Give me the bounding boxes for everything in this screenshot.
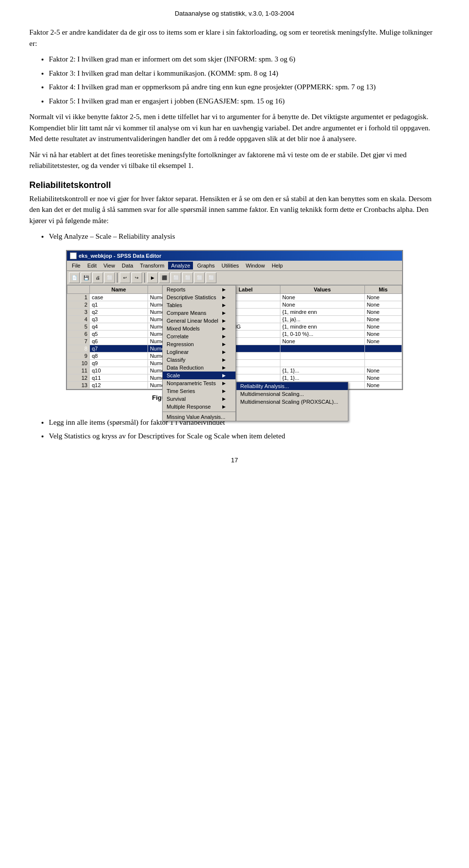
cell-rownum: 8 <box>67 345 90 352</box>
menu-missingvalue[interactable]: Missing Value Analysis... <box>163 413 235 421</box>
header-title: Dataanalyse og statistikk, v.3.0, 1-03-2… <box>175 10 295 17</box>
cell-rownum: 5 <box>67 323 90 330</box>
cell-mis: None <box>364 381 402 389</box>
bullet-item-1: Faktor 2: I hvilken grad man er informer… <box>49 54 440 65</box>
screenshot-container: ▦ eks_webkjop - SPSS Data Editor File Ed… <box>29 250 440 409</box>
cell-name: case <box>89 293 148 301</box>
menu-file[interactable]: File <box>69 262 84 269</box>
toolbar-btn8[interactable]: ⬜ <box>182 272 193 283</box>
cell-mis: None <box>364 330 402 337</box>
cell-name: q5 <box>89 330 148 337</box>
bullet-item-7: Velg Statistics og kryss av for Descript… <box>49 431 440 442</box>
toolbar-undo[interactable]: ↩ <box>120 272 130 283</box>
cell-rownum: 6 <box>67 330 90 337</box>
menu-transform[interactable]: Transform <box>137 262 168 269</box>
menu-multipleresponse[interactable]: Multiple Response ▶ <box>163 403 235 411</box>
bullet-list-1: Faktor 2: I hvilken grad man er informer… <box>49 54 440 106</box>
menu-graphs[interactable]: Graphs <box>194 262 217 269</box>
page-number: 17 <box>231 456 238 464</box>
menu-sep <box>163 412 235 412</box>
menu-scale[interactable]: Scale ▶ <box>163 372 235 379</box>
toolbar-btn10[interactable]: ⬜ <box>206 272 216 283</box>
cell-name: q10 <box>89 367 148 374</box>
toolbar-open[interactable]: 📄 <box>69 272 80 283</box>
bullet-item-5: Velg Analyze – Scale – Reliability analy… <box>49 231 440 242</box>
menu-window[interactable]: Window <box>243 262 268 269</box>
cell-rownum: 11 <box>67 367 90 374</box>
cell-mis: None <box>364 337 402 345</box>
cell-rownum: 9 <box>67 352 90 359</box>
cell-mis: None <box>364 367 402 374</box>
col-header-num <box>67 285 90 293</box>
page-header: Dataanalyse og statistikk, v.3.0, 1-03-2… <box>29 10 440 17</box>
scale-submenu-panel[interactable]: Reliability Analysis... Multidimensional… <box>236 382 349 421</box>
cell-mis: None <box>364 301 402 308</box>
menu-tables[interactable]: Tables ▶ <box>163 301 235 309</box>
cell-mis: None <box>364 293 402 301</box>
toolbar-btn7[interactable]: ⬜ <box>171 272 181 283</box>
cell-rownum: 1 <box>67 293 90 301</box>
menu-mds[interactable]: Multidimensional Scaling... <box>236 390 348 398</box>
cell-rownum: 13 <box>67 381 90 389</box>
menu-reliability[interactable]: Reliability Analysis... <box>236 382 348 390</box>
menu-help[interactable]: Help <box>269 262 286 269</box>
cell-rownum: 7 <box>67 337 90 345</box>
col-header-name: Name <box>89 285 148 293</box>
toolbar-btn6[interactable]: ⬛ <box>159 272 170 283</box>
cell-mis <box>364 359 402 367</box>
bullet-item-2: Faktor 3: I hvilken grad man deltar i ko… <box>49 68 440 79</box>
cell-name: q9 <box>89 359 148 367</box>
cell-mis: None <box>364 308 402 315</box>
menu-regression[interactable]: Regression ▶ <box>163 340 235 348</box>
spss-menubar[interactable]: File Edit View Data Transform Analyze Gr… <box>67 261 402 271</box>
spss-icon: ▦ <box>70 252 77 259</box>
dropdown-overlay: Reports ▶ Descriptive Statistics ▶ Table… <box>162 285 348 421</box>
toolbar-save[interactable]: 💾 <box>81 272 91 283</box>
menu-descriptive[interactable]: Descriptive Statistics ▶ <box>163 293 235 301</box>
cell-mis <box>364 352 402 359</box>
cell-rownum: 3 <box>67 308 90 315</box>
menu-edit[interactable]: Edit <box>85 262 100 269</box>
spss-window: ▦ eks_webkjop - SPSS Data Editor File Ed… <box>66 250 403 390</box>
menu-mds-proxscal[interactable]: Multidimensional Scaling (PROXSCAL)... <box>236 398 348 406</box>
menu-compare[interactable]: Compare Means ▶ <box>163 309 235 317</box>
menu-classify[interactable]: Classify ▶ <box>163 356 235 364</box>
paragraph-4: Reliabilitetskontroll er noe vi gjør for… <box>29 193 440 227</box>
cell-name: q6 <box>89 337 148 345</box>
toolbar-btn4[interactable]: ⬜ <box>104 272 115 283</box>
cell-mis: None <box>364 315 402 323</box>
menu-datareduction[interactable]: Data Reduction ▶ <box>163 364 235 372</box>
menu-data[interactable]: Data <box>119 262 136 269</box>
toolbar-btn9[interactable]: ⬜ <box>194 272 205 283</box>
cell-rownum: 12 <box>67 374 90 381</box>
menu-reports[interactable]: Reports ▶ <box>163 286 235 293</box>
paragraph-1: Faktor 2-5 er andre kandidater da de gir… <box>29 27 440 49</box>
cell-name: q4 <box>89 323 148 330</box>
spss-title-bar: ▦ eks_webkjop - SPSS Data Editor <box>67 251 402 261</box>
toolbar-redo[interactable]: ↪ <box>131 272 142 283</box>
menu-mixed[interactable]: Mixed Models ▶ <box>163 325 235 332</box>
analyze-menu-panel[interactable]: Reports ▶ Descriptive Statistics ▶ Table… <box>162 285 236 421</box>
bullet-item-3: Faktor 4: I hvilken grad man er oppmerks… <box>49 82 440 93</box>
menu-correlate[interactable]: Correlate ▶ <box>163 332 235 340</box>
menu-nonparametric[interactable]: Nonparametric Tests ▶ <box>163 379 235 387</box>
cell-name: q12 <box>89 381 148 389</box>
menu-analyze[interactable]: Analyze <box>168 262 193 269</box>
cell-name: q7 <box>89 345 148 352</box>
menu-loglinear[interactable]: Loglinear ▶ <box>163 348 235 356</box>
spss-title: eks_webkjop - SPSS Data Editor <box>79 253 161 259</box>
menu-timeseries[interactable]: Time Series ▶ <box>163 387 235 395</box>
cell-rownum: 4 <box>67 315 90 323</box>
toolbar-btn5[interactable]: ▶ <box>147 272 158 283</box>
cell-name: q2 <box>89 308 148 315</box>
cell-mis <box>364 345 402 352</box>
menu-utilities[interactable]: Utilities <box>219 262 242 269</box>
menu-view[interactable]: View <box>101 262 118 269</box>
paragraph-3: Når vi nå har etablert at det fines teor… <box>29 149 440 171</box>
cell-rownum: 2 <box>67 301 90 308</box>
menu-glm[interactable]: General Linear Model ▶ <box>163 317 235 325</box>
menu-survival[interactable]: Survival ▶ <box>163 395 235 403</box>
section-heading: Reliabilitetskontroll <box>29 180 440 190</box>
toolbar-print[interactable]: 🖨 <box>92 272 103 283</box>
cell-name: q8 <box>89 352 148 359</box>
